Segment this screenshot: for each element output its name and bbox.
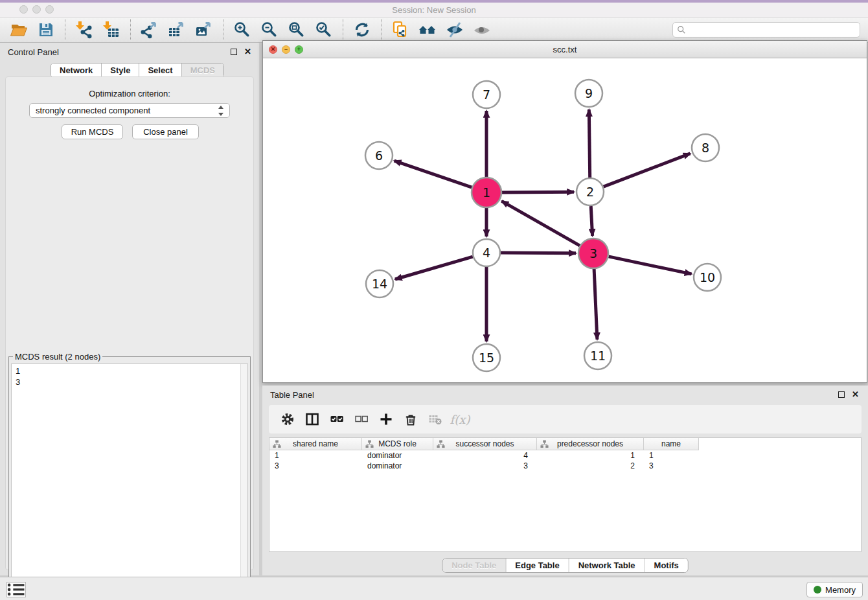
column-header-shared-name[interactable]: shared name: [269, 438, 362, 450]
graph-node-7[interactable]: 7: [473, 81, 500, 108]
window-title: Session: New Session: [0, 5, 868, 15]
tab-node-table[interactable]: Node Table: [442, 559, 506, 572]
network-frame-titlebar[interactable]: ✕ – + scc.txt: [263, 41, 867, 58]
import-table-button[interactable]: [100, 19, 123, 41]
graph-edge-3-11[interactable]: [594, 269, 597, 340]
graph-node-11[interactable]: 11: [584, 342, 611, 369]
open-session-button[interactable]: [7, 19, 30, 41]
graph-edge-2-8[interactable]: [604, 154, 691, 187]
save-session-button[interactable]: [34, 19, 58, 41]
graph-edge-3-1[interactable]: [502, 201, 580, 246]
table-cell[interactable]: 1: [537, 450, 644, 461]
table-row[interactable]: 1dominator411: [269, 450, 861, 461]
tab-select[interactable]: Select: [139, 63, 181, 77]
close-panel-icon[interactable]: ✕: [244, 47, 251, 56]
first-neighbors-button[interactable]: [416, 19, 439, 41]
close-panel-button[interactable]: Close panel: [132, 124, 199, 139]
export-image-button[interactable]: [192, 19, 216, 41]
graph-node-6[interactable]: 6: [365, 142, 393, 169]
zoom-out-button[interactable]: [258, 19, 281, 41]
column-header-label: predecessor nodes: [557, 439, 623, 448]
table-cell[interactable]: 4: [433, 450, 537, 461]
graph-edge-3-10[interactable]: [609, 257, 692, 274]
zoom-fit-button[interactable]: [285, 19, 308, 41]
search-input[interactable]: [686, 23, 860, 36]
table-cell[interactable]: 1: [269, 450, 362, 461]
close-table-panel-icon[interactable]: ✕: [852, 389, 859, 399]
graph-node-1[interactable]: 1: [472, 178, 501, 207]
column-header-predecessor-nodes[interactable]: predecessor nodes: [537, 438, 644, 450]
float-table-panel-icon[interactable]: [838, 391, 845, 398]
show-columns-icon: [306, 413, 319, 426]
toolbar-separator: [65, 19, 65, 40]
zoom-selected-button[interactable]: [312, 19, 336, 41]
export-table-button[interactable]: [165, 19, 188, 41]
graph-edge-1-2[interactable]: [502, 192, 574, 192]
graph-edge-4-14[interactable]: [395, 257, 473, 279]
search-box[interactable]: [672, 22, 860, 38]
import-network-button[interactable]: [73, 19, 96, 41]
table-settings-icon: [281, 413, 294, 426]
delete-column-button[interactable]: [400, 410, 422, 429]
run-mcds-button[interactable]: Run MCDS: [62, 124, 123, 139]
column-header-label: name: [661, 439, 681, 448]
result-line: 1: [16, 365, 244, 376]
task-history-button[interactable]: [6, 582, 26, 597]
memory-button[interactable]: Memory: [806, 582, 863, 597]
table-cell[interactable]: 1: [644, 450, 699, 461]
control-panel-title: Control Panel: [8, 47, 59, 57]
table-cell[interactable]: dominator: [362, 450, 433, 461]
refresh-network-button[interactable]: [350, 19, 374, 41]
table-cell[interactable]: 3: [433, 461, 537, 471]
graph-node-3[interactable]: 3: [578, 238, 608, 268]
graph-edge-2-9[interactable]: [589, 110, 589, 178]
show-columns-button[interactable]: [301, 410, 323, 429]
tab-mcds[interactable]: MCDS: [182, 63, 223, 77]
result-scrollbar[interactable]: [240, 364, 247, 594]
graph-node-10[interactable]: 10: [694, 264, 721, 291]
import-network-icon: [75, 21, 93, 39]
graph-edge-4-3[interactable]: [501, 253, 576, 253]
select-all-rows-button[interactable]: [326, 410, 348, 429]
column-header-label: shared name: [293, 439, 338, 448]
table-cell[interactable]: 3: [644, 461, 699, 471]
node-label: 2: [586, 185, 594, 199]
column-header-successor-nodes[interactable]: successor nodes: [433, 438, 537, 450]
table-tabs: Node TableEdge TableNetwork TableMotifs: [442, 558, 689, 573]
float-panel-icon[interactable]: [231, 49, 237, 55]
graph-node-14[interactable]: 14: [366, 270, 393, 297]
graph-node-15[interactable]: 15: [473, 344, 500, 371]
column-header-MCDS-role[interactable]: MCDS role: [362, 438, 433, 450]
add-column-button[interactable]: [375, 410, 397, 429]
export-network-button[interactable]: [138, 19, 161, 41]
mcds-result-text[interactable]: 13: [11, 363, 248, 594]
mcds-result-title: MCDS result (2 nodes): [13, 352, 102, 362]
graph-node-2[interactable]: 2: [577, 178, 604, 205]
graph-node-4[interactable]: 4: [473, 239, 500, 266]
network-canvas[interactable]: 1234678910111415: [263, 58, 867, 382]
tab-network[interactable]: Network: [51, 63, 102, 77]
table-cell[interactable]: 3: [269, 461, 362, 471]
show-all-button[interactable]: [470, 19, 494, 41]
tab-style[interactable]: Style: [102, 63, 139, 77]
export-network-icon: [141, 21, 159, 39]
graph-edge-1-6[interactable]: [394, 161, 472, 187]
table-settings-button[interactable]: [277, 410, 299, 429]
column-header-name[interactable]: name: [644, 438, 699, 450]
tab-network-table[interactable]: Network Table: [569, 559, 645, 572]
tab-edge-table[interactable]: Edge Table: [506, 559, 569, 572]
graph-node-9[interactable]: 9: [575, 80, 602, 107]
table-cell[interactable]: dominator: [362, 461, 433, 471]
table-cell[interactable]: 2: [537, 461, 644, 471]
duplicate-network-button[interactable]: [389, 19, 412, 41]
graph-edge-2-3[interactable]: [591, 206, 592, 236]
deselect-all-rows-button[interactable]: [350, 410, 372, 429]
memory-label: Memory: [825, 585, 856, 595]
tab-motifs[interactable]: Motifs: [645, 559, 688, 572]
graph-node-8[interactable]: 8: [692, 134, 719, 161]
criterion-select[interactable]: strongly connected component: [29, 103, 230, 118]
table-row[interactable]: 3dominator323: [269, 461, 861, 471]
control-panel-header: Control Panel ✕: [0, 43, 259, 61]
zoom-in-button[interactable]: [231, 19, 254, 41]
hide-selected-button[interactable]: [443, 19, 466, 41]
